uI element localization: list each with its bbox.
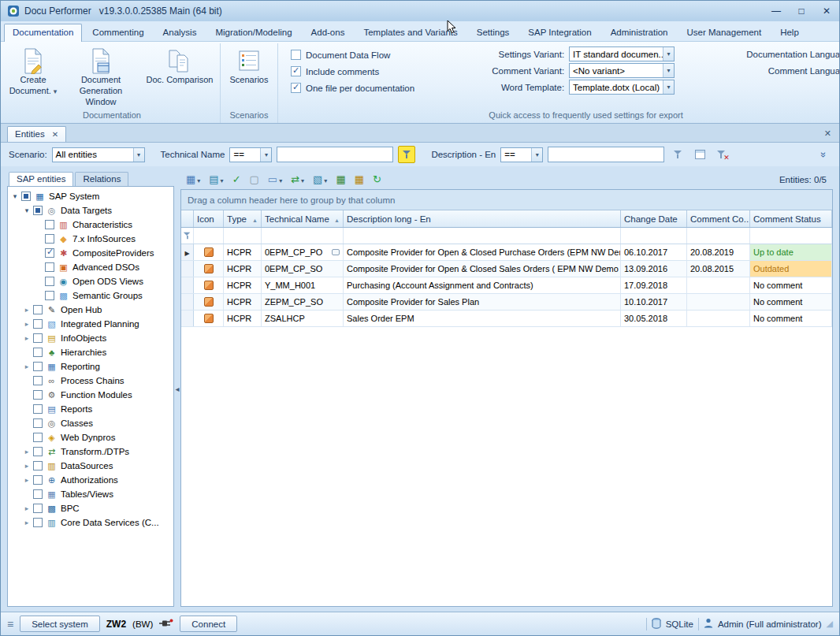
tree-item[interactable]: ▤ Reports [8, 402, 173, 416]
tree-checkbox[interactable] [33, 518, 43, 527]
tree-checkbox[interactable] [33, 418, 43, 428]
apply-filter-button[interactable] [398, 146, 415, 163]
tree-item[interactable]: ✱ CompositeProviders [8, 246, 173, 260]
ribbon-tab[interactable]: Templates and Variants [355, 24, 466, 41]
column-header[interactable]: Icon [194, 210, 224, 227]
tree-item[interactable]: ▩ BPC [8, 501, 173, 515]
refresh-button[interactable]: ↻ [370, 172, 384, 188]
combo-arrow-icon[interactable] [663, 64, 674, 77]
tree-checkbox[interactable] [45, 291, 54, 300]
tree-item[interactable]: ▤ InfoObjects [8, 331, 173, 345]
tree-checkbox[interactable] [45, 277, 54, 286]
combo-arrow-icon[interactable] [663, 47, 674, 61]
column-header[interactable]: Comment Co... [687, 210, 750, 227]
sidebar-tab[interactable]: SAP entities [9, 172, 73, 186]
ribbon-tab[interactable]: Administration [602, 24, 677, 41]
technical-operator-combo[interactable]: == [229, 147, 272, 162]
tree-checkbox[interactable] [33, 390, 43, 400]
table-row[interactable]: HCPR 0EPM_CP_SO Composite Provider for O… [181, 261, 832, 277]
tree-checkbox[interactable] [45, 220, 54, 229]
tree-item[interactable]: ▦ Reporting [8, 359, 173, 374]
create-document-button[interactable]: Create Document. [7, 45, 59, 99]
ribbon-tab[interactable]: User Management [678, 24, 771, 41]
tree-item[interactable]: ✎ Open Hub [8, 303, 173, 317]
filter-cell[interactable] [224, 228, 262, 244]
filter-cell[interactable] [750, 228, 832, 244]
tree-checkbox[interactable] [33, 362, 43, 371]
ribbon-tab[interactable]: Migration/Modeling [206, 24, 300, 41]
tab-close-icon[interactable] [52, 129, 58, 139]
tree-expander-icon[interactable] [22, 334, 32, 342]
tree-item[interactable]: ⚙ Function Modules [8, 388, 173, 402]
tree-checkbox[interactable] [33, 305, 43, 314]
tree-item[interactable]: ▩ Semantic Groups [8, 288, 173, 303]
ribbon-tab[interactable]: Add-ons [303, 24, 354, 41]
tree-checkbox[interactable] [33, 447, 43, 456]
comment-button[interactable]: ▭ [266, 172, 284, 188]
tree-checkbox[interactable] [45, 262, 54, 272]
column-header[interactable]: Change Date [621, 210, 687, 227]
tree-checkbox[interactable] [33, 376, 43, 385]
tree-item[interactable]: ▧ Integrated Planning [8, 317, 173, 331]
export-button[interactable]: ▧ [310, 172, 329, 188]
tree-item[interactable]: ▥ DataSources [8, 459, 173, 473]
auto-filter-row[interactable] [181, 228, 832, 244]
tree-expander-icon[interactable] [22, 476, 32, 484]
filter-editor-button[interactable] [691, 146, 708, 163]
table-row[interactable]: HCPR ZSALHCP Sales Order EPM 30.05.2018 … [181, 311, 832, 327]
tree-checkbox[interactable] [33, 348, 43, 357]
tree-expander-icon[interactable] [22, 504, 32, 512]
tree-expander-icon[interactable] [22, 462, 32, 470]
tree-item[interactable]: ◆ 7.x InfoSources [8, 232, 173, 246]
tree-expander-icon[interactable] [22, 448, 32, 456]
resize-grip[interactable] [827, 619, 833, 629]
tree-item[interactable]: ∞ Process Chains [8, 374, 173, 388]
column-header[interactable]: Description long - En [344, 210, 621, 227]
ribbon-checkbox[interactable]: Document Data Flow [291, 46, 414, 63]
filter-cell[interactable] [344, 228, 621, 244]
tree-checkbox[interactable] [45, 234, 54, 244]
tree-item[interactable]: ▦ SAP System [8, 189, 173, 203]
tree-item[interactable]: ♣ Hierarchies [8, 345, 173, 359]
table-row[interactable]: HCPR ZEPM_CP_SO Composite Provider for S… [181, 294, 832, 311]
ribbon-tab[interactable]: Settings [468, 24, 518, 41]
ribbon-tab[interactable]: Analysis [154, 24, 206, 41]
approve-comments-button[interactable]: ✓ [230, 172, 243, 188]
ribbon-checkbox[interactable]: Include comments [291, 63, 414, 80]
table-settings-button[interactable]: ▦ [352, 172, 366, 188]
tree-checkbox[interactable] [33, 206, 43, 215]
technical-name-filter-input[interactable] [277, 147, 393, 162]
scenarios-button[interactable]: Scenarios [224, 45, 274, 87]
doc-comparison-button[interactable]: Doc. Comparison [143, 45, 217, 87]
sidebar-collapse-splitter[interactable] [174, 169, 180, 607]
copy-document-button[interactable]: ▢ [247, 172, 262, 188]
ribbon-tab[interactable]: Commenting [84, 24, 152, 41]
tree-checkbox[interactable] [33, 461, 43, 470]
combo-arrow-icon[interactable] [260, 148, 271, 162]
variant-combo[interactable]: <No variant> [569, 63, 675, 78]
tree-checkbox[interactable] [45, 248, 54, 258]
minimize-button[interactable]: — [770, 6, 782, 17]
tree-checkbox[interactable] [33, 475, 43, 485]
ribbon-tab[interactable]: SAP Integration [519, 24, 600, 41]
sidebar-tab[interactable]: Relations [75, 172, 128, 186]
close-button[interactable]: ✕ [820, 6, 833, 17]
tree-expander-icon[interactable] [22, 363, 32, 370]
tree-item[interactable]: ▦ Tables/Views [8, 487, 173, 501]
tree-checkbox[interactable] [33, 433, 43, 442]
tree-item[interactable]: ◈ Web Dynpros [8, 430, 173, 444]
document-tab[interactable]: Entities [7, 126, 66, 142]
filter-cell[interactable] [194, 228, 224, 244]
column-header[interactable]: Type [224, 210, 262, 227]
insert-table-button[interactable]: ▦ [333, 172, 348, 188]
expand-filter-button[interactable] [814, 146, 831, 163]
tree-expander-icon[interactable] [22, 306, 32, 314]
variant-combo[interactable]: IT standard documen... [569, 46, 675, 61]
combo-arrow-icon[interactable] [531, 148, 542, 162]
ribbon-checkbox[interactable]: One file per documentation [291, 80, 414, 96]
variant-combo[interactable]: Template.dotx (Local) [569, 80, 675, 95]
tree-item[interactable]: ◎ Data Targets [8, 203, 173, 218]
tree-checkbox[interactable] [21, 192, 31, 201]
clear-filter-button[interactable] [713, 146, 730, 163]
tree-item[interactable]: ◉ Open ODS Views [8, 274, 173, 288]
